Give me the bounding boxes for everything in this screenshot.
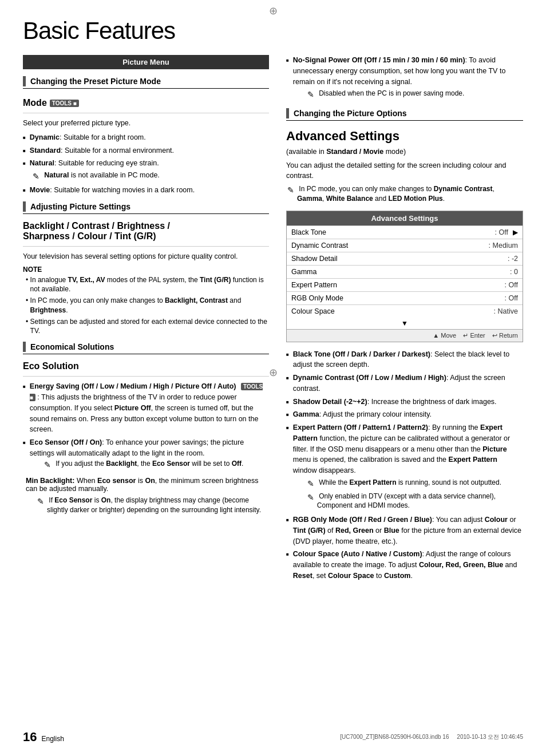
footer-language: English	[41, 735, 64, 743]
adv-row-colour-space[interactable]: Colour Space : Native	[287, 304, 523, 318]
note-icon-adv: ✎	[287, 185, 294, 196]
adv-row-name-dc: Dynamic Contrast	[291, 242, 489, 250]
adv-row-value-sd: : -2	[508, 255, 518, 263]
adv-row-value-ep: : Off	[505, 281, 518, 289]
page-container: ⊕ Basic Features Picture Menu Changing t…	[0, 0, 546, 756]
adv-feature-black-tone: Black Tone (Off / Dark / Darker / Darkes…	[286, 349, 523, 371]
note-icon-ns: ✎	[307, 89, 314, 101]
adv-feature-gamma: Gamma: Adjust the primary colour intensi…	[286, 409, 523, 420]
mode-natural: Natural: Suitable for reducing eye strai…	[23, 158, 269, 183]
backlight-note-2: • In PC mode, you can only make changes …	[26, 296, 269, 315]
footer-meta: [UC7000_ZT]BN68-02590H-06L03.indb 16 201…	[340, 733, 523, 741]
no-signal-bullet: No-Signal Power Off (Off / 15 min / 30 m…	[286, 55, 523, 102]
page-number: 16	[23, 730, 37, 745]
adv-feature-shadow-detail: Shadow Detail (-2~+2): Increase the brig…	[286, 397, 523, 407]
preset-section-header: Changing the Preset Picture Mode	[23, 76, 269, 89]
preset-section-title: Changing the Preset Picture Mode	[30, 77, 161, 86]
eco-bullet-list: Energy Saving (Off / Low / Medium / High…	[23, 381, 269, 472]
adv-row-value-gamma: : 0	[510, 268, 518, 276]
backlight-section: Backlight / Contrast / Brightness /Sharp…	[23, 221, 269, 337]
mode-block: Mode TOOLS ■ Select your preferred pictu…	[23, 98, 269, 196]
eco-energy-saving: Energy Saving (Off / Low / Medium / High…	[23, 381, 269, 435]
min-backlight-desc: When Eco sensor is On, the minimum scree…	[26, 477, 258, 493]
subsection-bar-3	[23, 342, 26, 352]
eco-on-note: ✎ If Eco Sensor is On, the display brigh…	[37, 496, 269, 515]
advanced-settings-table: Advanced Settings Black Tone : Off ▶ Dyn…	[286, 211, 523, 342]
two-column-layout: Picture Menu Changing the Preset Picture…	[23, 55, 523, 586]
note-icon-natural: ✎	[33, 171, 39, 183]
adv-feature-colour-space: Colour Space (Auto / Native / Custom): A…	[286, 549, 523, 581]
picture-options-title: Changing the Picture Options	[294, 109, 407, 118]
compass-icon-mid: ⊕	[269, 366, 278, 379]
eco-section: Eco Solution Energy Saving (Off / Low / …	[23, 361, 269, 514]
no-signal-note: ✎ Disabled when the PC is in power savin…	[307, 89, 523, 101]
footer-date: 2010-10-13 오전 10:46:45	[457, 734, 523, 740]
advanced-settings-section: Advanced Settings (available in Standard…	[286, 129, 523, 581]
adv-row-expert-pattern[interactable]: Expert Pattern : Off	[287, 278, 523, 291]
adv-row-name-cs: Colour Space	[291, 307, 494, 315]
note-label: NOTE	[23, 266, 269, 274]
backlight-note-1: • In analogue TV, Ext., AV modes of the …	[26, 275, 269, 295]
adv-row-name-gamma: Gamma	[291, 268, 510, 276]
adv-feature-dynamic-contrast: Dynamic Contrast (Off / Low / Medium / H…	[286, 373, 523, 394]
mode-movie: Movie: Suitable for watching movies in a…	[23, 185, 269, 196]
page-footer: 16 English [UC7000_ZT]BN68-02590H-06L03.…	[23, 730, 523, 745]
adv-row-name-ep: Expert Pattern	[291, 281, 505, 289]
picture-options-header: Changing the Picture Options	[286, 108, 523, 121]
eco-title: Eco Solution	[23, 361, 269, 371]
adv-row-value-cs: : Native	[494, 307, 518, 315]
right-column: No-Signal Power Off (Off / 15 min / 30 m…	[286, 55, 523, 586]
picture-menu-header: Picture Menu	[23, 55, 269, 69]
adv-row-black-tone[interactable]: Black Tone : Off ▶	[287, 225, 523, 239]
advanced-settings-title: Advanced Settings	[286, 129, 523, 144]
left-column: Picture Menu Changing the Preset Picture…	[23, 55, 269, 586]
adv-row-name-rgb: RGB Only Mode	[291, 294, 505, 302]
page-title: Basic Features	[23, 17, 523, 45]
backlight-note-3: • Settings can be adjusted and stored fo…	[26, 317, 269, 337]
note-icon-ep2: ✎	[307, 492, 314, 504]
adv-row-name-sd: Shadow Detail	[291, 255, 508, 263]
adv-feature-rgb-only: RGB Only Mode (Off / Red / Green / Blue)…	[286, 514, 523, 547]
adv-desc1: (available in Standard / Movie mode)	[286, 147, 523, 157]
expert-note-2: ✎ Only enabled in DTV (except with a dat…	[307, 492, 523, 511]
adv-row-rgb-only[interactable]: RGB Only Mode : Off	[287, 291, 523, 304]
adv-table-nav: ▲ Move ↵ Enter ↩ Return	[287, 329, 523, 342]
adv-row-name-black-tone: Black Tone	[291, 228, 495, 236]
tools-badge: TOOLS ■	[50, 100, 79, 107]
adjusting-section-header: Adjusting Picture Settings	[23, 201, 269, 214]
note-icon-eco: ✎	[44, 460, 51, 471]
adv-row-value-dc: : Medium	[489, 242, 518, 250]
subsection-bar	[23, 76, 26, 86]
mode-list: Dynamic: Suitable for a bright room. Sta…	[23, 132, 269, 196]
eco-sensor-note: ✎ If you adjust the Backlight, the Eco S…	[44, 459, 269, 471]
adv-feature-expert-pattern: Expert Pattern (Off / Pattern1 / Pattern…	[286, 422, 523, 512]
mode-label: Mode	[23, 98, 47, 108]
eco-sensor: Eco Sensor (Off / On): To enhance your p…	[23, 437, 269, 472]
backlight-note-box: NOTE • In analogue TV, Ext., AV modes of…	[23, 266, 269, 337]
mode-desc: Select your preferred picture type.	[23, 118, 269, 129]
adv-row-arrow-black-tone: ▶	[513, 228, 518, 236]
adv-pc-note: ✎ In PC mode, you can only make changes …	[287, 184, 523, 204]
adv-row-gamma[interactable]: Gamma : 0	[287, 265, 523, 278]
mode-dynamic: Dynamic: Suitable for a bright room.	[23, 132, 269, 143]
subsection-bar-2	[23, 201, 26, 212]
adv-feature-list: Black Tone (Off / Dark / Darker / Darkes…	[286, 349, 523, 581]
subsection-bar-4	[286, 108, 289, 118]
adv-table-header: Advanced Settings	[287, 211, 523, 225]
mode-standard: Standard: Suitable for a normal environm…	[23, 145, 269, 156]
note-icon-on: ✎	[37, 496, 44, 508]
natural-note: Natural is not available in PC mode.	[42, 170, 160, 181]
adv-row-value-rgb: : Off	[505, 294, 518, 302]
backlight-title: Backlight / Contrast / Brightness /Sharp…	[23, 221, 269, 242]
economical-section-title: Economical Solutions	[30, 342, 114, 351]
adv-row-dynamic-contrast[interactable]: Dynamic Contrast : Medium	[287, 239, 523, 252]
adjusting-section-title: Adjusting Picture Settings	[30, 202, 130, 211]
footer-file: [UC7000_ZT]BN68-02590H-06L03.indb 16	[340, 734, 449, 740]
note-icon-ep1: ✎	[307, 478, 314, 490]
min-backlight-label: Min Backlight: When Eco sensor is On, th…	[26, 477, 269, 493]
compass-icon-top: ⊕	[269, 5, 278, 17]
adv-row-value-black-tone: : Off	[495, 228, 508, 236]
economical-section-header: Economical Solutions	[23, 342, 269, 354]
adv-desc2: You can adjust the detailed setting for …	[286, 160, 523, 182]
adv-row-shadow-detail[interactable]: Shadow Detail : -2	[287, 252, 523, 265]
